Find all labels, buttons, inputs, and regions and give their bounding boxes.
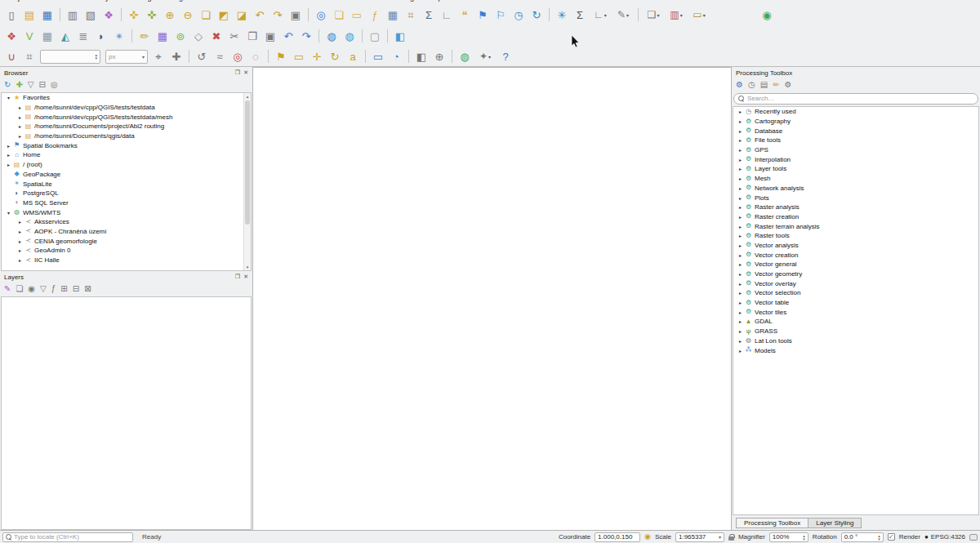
toolbox-group-item[interactable]: ▸ ⚙ Vector selection xyxy=(733,288,978,298)
expander-icon[interactable]: ▸ xyxy=(16,114,24,120)
expander-icon[interactable]: ▸ xyxy=(737,109,744,114)
float-panel-icon[interactable]: ❐ xyxy=(235,69,240,76)
render-checkbox[interactable]: ✓ xyxy=(888,533,895,541)
add-wfs-layer-button[interactable]: ◍ xyxy=(341,28,358,44)
expander-icon[interactable]: ▸ xyxy=(737,318,744,324)
new-project-button[interactable]: ▯ xyxy=(3,7,20,23)
menu-item[interactable]: Web xyxy=(318,0,333,2)
raster-stretch-button[interactable]: ◧ xyxy=(413,48,430,65)
expander-icon[interactable]: ▸ xyxy=(737,166,744,171)
expander-icon[interactable]: ▸ xyxy=(5,162,12,167)
refresh-map-button[interactable]: ↻ xyxy=(528,7,545,23)
toolbox-group-item[interactable]: ▸ ⚙ Raster tools xyxy=(733,231,978,241)
map-canvas[interactable] xyxy=(253,67,731,530)
change-label-button[interactable]: a xyxy=(345,48,361,65)
browser-tree-item[interactable]: ◆ GeoPackage xyxy=(2,170,251,180)
coordinate-input[interactable] xyxy=(598,533,637,541)
remove-layer-button[interactable]: ⊠ xyxy=(84,285,91,293)
toolbox-group-item[interactable]: ▸ ⚙ Vector general xyxy=(733,260,978,269)
layer-diagram-button[interactable]: ◔ xyxy=(388,48,404,65)
expander-icon[interactable]: ▸ xyxy=(737,147,744,153)
expander-icon[interactable]: ▸ xyxy=(737,309,744,315)
select-features-button[interactable]: ❏ xyxy=(331,7,347,23)
data-source-manager-button[interactable]: ❖ xyxy=(3,28,20,44)
highlight-labels-button[interactable]: ▭ xyxy=(291,48,307,65)
expander-icon[interactable]: ▸ xyxy=(737,348,744,354)
browser-refresh-button[interactable]: ↻ xyxy=(4,81,11,89)
expander-icon[interactable]: ▸ xyxy=(737,281,744,287)
save-project-button[interactable]: ▦ xyxy=(39,7,56,23)
layers-list-empty[interactable] xyxy=(1,296,252,530)
filter-by-expression-button[interactable]: ƒ xyxy=(51,285,56,293)
plugin-manager-button[interactable]: ◧ xyxy=(392,28,408,44)
zoom-full-button[interactable]: ❏ xyxy=(198,7,214,23)
show-spatial-bookmarks-button[interactable]: ⚐ xyxy=(492,7,509,23)
toolbox-group-item[interactable]: ▸ ◍ Lat Lon tools xyxy=(733,336,978,346)
decorations-menu-button[interactable]: ✦ xyxy=(474,48,496,65)
layout-manager-button[interactable]: ▧ xyxy=(82,7,99,23)
paste-features-button[interactable]: ▣ xyxy=(262,28,278,44)
browser-tree-item[interactable]: ◖ MS SQL Server xyxy=(2,198,251,208)
delete-part-button[interactable]: ◌ xyxy=(247,48,264,65)
expander-icon[interactable]: ▸ xyxy=(16,247,24,253)
move-label-button[interactable]: ✛ xyxy=(309,48,325,65)
measure-line-button[interactable]: ∟ xyxy=(439,7,455,23)
data-source-menu-button[interactable]: ▥ xyxy=(666,7,687,23)
identify-features-button[interactable]: ◎ xyxy=(313,7,329,23)
toolbox-group-item[interactable]: ▸ ⚙ Database xyxy=(733,126,978,136)
measures-menu-button[interactable]: ∟ xyxy=(590,7,611,23)
toolbox-group-item[interactable]: ▸ ⚙ File tools xyxy=(733,136,978,145)
expander-icon[interactable]: ▸ xyxy=(737,137,744,143)
pan-to-selection-button[interactable]: ✜ xyxy=(144,7,160,23)
advanced-digitizing-toggle[interactable]: ⌗ xyxy=(21,48,38,65)
crs-status[interactable]: ● EPSG:4326 xyxy=(924,533,965,541)
browser-tree-item[interactable]: ▸ ▤ /home/isunni/Documents/qgis/data xyxy=(2,131,251,141)
browser-tree-item[interactable]: ✴ SpatiaLite xyxy=(2,179,251,189)
menu-item[interactable]: Edit xyxy=(42,0,56,2)
add-delimited-text-button[interactable]: ≣ xyxy=(75,28,91,44)
add-vector-layer-button[interactable]: V xyxy=(21,28,38,44)
expander-icon[interactable]: ▸ xyxy=(737,252,744,258)
message-log-icon[interactable] xyxy=(969,534,978,541)
snapping-units-combo[interactable]: px ▾ xyxy=(105,50,148,64)
browser-tree-item[interactable]: ▾ ★ Favorites xyxy=(2,93,251,103)
add-feature-button[interactable]: ⊚ xyxy=(172,28,189,44)
scale-combo[interactable]: 1:965337 ▾ xyxy=(675,532,724,542)
expander-icon[interactable]: ▾ xyxy=(5,210,12,216)
style-manager-button[interactable]: ❖ xyxy=(100,7,117,23)
menu-item[interactable]: Project xyxy=(7,0,29,2)
toolbox-history-button[interactable]: ◷ xyxy=(748,81,755,89)
snapping-toggle-button[interactable]: ∪ xyxy=(3,48,20,65)
browser-tree-item[interactable]: ▸ ▤ /home/isunni/dev/cpp/QGIS/tests/test… xyxy=(2,112,251,122)
processing-toolbox-button[interactable]: ✳ xyxy=(554,7,570,23)
topological-editing-button[interactable]: ⌖ xyxy=(150,48,167,65)
toolbox-group-item[interactable]: ▸ ⚙ Vector geometry xyxy=(733,269,978,279)
expander-icon[interactable]: ▸ xyxy=(737,243,744,248)
toolbox-group-item[interactable]: ▸ ⚙ Layer tools xyxy=(733,164,978,174)
expander-icon[interactable]: ▸ xyxy=(737,233,744,238)
menu-item[interactable]: Raster xyxy=(239,0,261,2)
toolbox-options-button[interactable]: ⚙ xyxy=(785,81,792,89)
expander-icon[interactable]: ▾ xyxy=(5,95,12,100)
magnifier-spin[interactable]: 100% ▴▾ xyxy=(769,532,808,542)
toggle-editing-button[interactable]: ✏ xyxy=(136,28,153,44)
menu-item[interactable]: Vector xyxy=(205,0,226,2)
expander-icon[interactable]: ▸ xyxy=(16,257,24,263)
field-calculator-button[interactable]: ⌗ xyxy=(403,7,419,23)
menu-item[interactable]: Plugins xyxy=(168,0,193,2)
select-by-expression-button[interactable]: ƒ xyxy=(367,7,383,23)
expander-icon[interactable]: ▸ xyxy=(737,195,744,201)
pin-labels-button[interactable]: ⚑ xyxy=(273,48,289,65)
open-layer-styling-button[interactable]: ✎ xyxy=(4,285,11,293)
toolbox-group-item[interactable]: ▸ ⚙ Vector overlay xyxy=(733,278,978,288)
open-project-button[interactable]: ▤ xyxy=(21,7,38,23)
browser-tree-item[interactable]: ▸ ≺ AOPK - Chráněná území xyxy=(2,227,251,237)
locator-box[interactable] xyxy=(2,532,133,542)
rotate-feature-button[interactable]: ↺ xyxy=(194,48,210,65)
add-mesh-layer-button[interactable]: ◭ xyxy=(57,28,74,44)
scroll-down-icon[interactable]: ▾ xyxy=(244,265,251,269)
delete-ring-button[interactable]: ◎ xyxy=(229,48,246,65)
expander-icon[interactable]: ▸ xyxy=(5,143,12,149)
add-postgis-layer-button[interactable]: ◗ xyxy=(93,28,109,44)
new-shapefile-layer-button[interactable]: ▢ xyxy=(367,28,383,44)
